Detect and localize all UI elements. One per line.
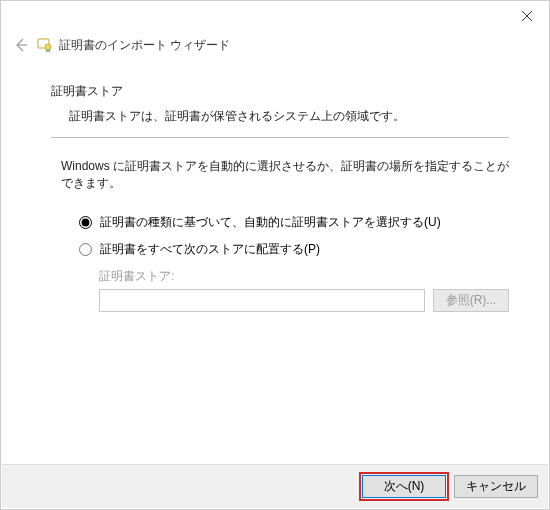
back-arrow-icon	[13, 37, 29, 53]
divider	[51, 137, 509, 138]
intro-text: Windows に証明書ストアを自動的に選択させるか、証明書の場所を指定すること…	[61, 158, 509, 192]
store-label: 証明書ストア:	[99, 268, 509, 285]
wizard-header: 証明書のインポート ウィザード	[1, 31, 549, 65]
radio-manual-label: 証明書をすべて次のストアに配置する(P)	[100, 241, 320, 258]
store-path-input	[99, 289, 425, 312]
next-button[interactable]: 次へ(N)	[362, 475, 446, 498]
footer: 次へ(N) キャンセル	[2, 464, 548, 508]
browse-button: 参照(R)...	[433, 289, 509, 312]
radio-auto-input[interactable]	[79, 216, 92, 229]
store-subsection: 証明書ストア: 参照(R)...	[51, 268, 509, 312]
radio-auto-select[interactable]: 証明書の種類に基づいて、自動的に証明書ストアを選択する(U)	[79, 214, 509, 231]
cancel-button[interactable]: キャンセル	[454, 475, 538, 498]
radio-group: 証明書の種類に基づいて、自動的に証明書ストアを選択する(U) 証明書をすべて次の…	[51, 214, 509, 258]
radio-manual-select[interactable]: 証明書をすべて次のストアに配置する(P)	[79, 241, 509, 258]
content-area: 証明書ストア 証明書ストアは、証明書が保管されるシステム上の領域です。 Wind…	[1, 65, 549, 312]
close-button[interactable]	[504, 1, 549, 31]
close-icon	[522, 8, 532, 24]
titlebar	[1, 1, 549, 31]
section-title: 証明書ストア	[51, 83, 509, 100]
wizard-title: 証明書のインポート ウィザード	[59, 37, 230, 54]
section-description: 証明書ストアは、証明書が保管されるシステム上の領域です。	[51, 108, 509, 135]
radio-auto-label: 証明書の種類に基づいて、自動的に証明書ストアを選択する(U)	[100, 214, 441, 231]
certificate-icon	[37, 37, 53, 53]
radio-manual-input[interactable]	[79, 243, 92, 256]
back-button[interactable]	[11, 35, 31, 55]
